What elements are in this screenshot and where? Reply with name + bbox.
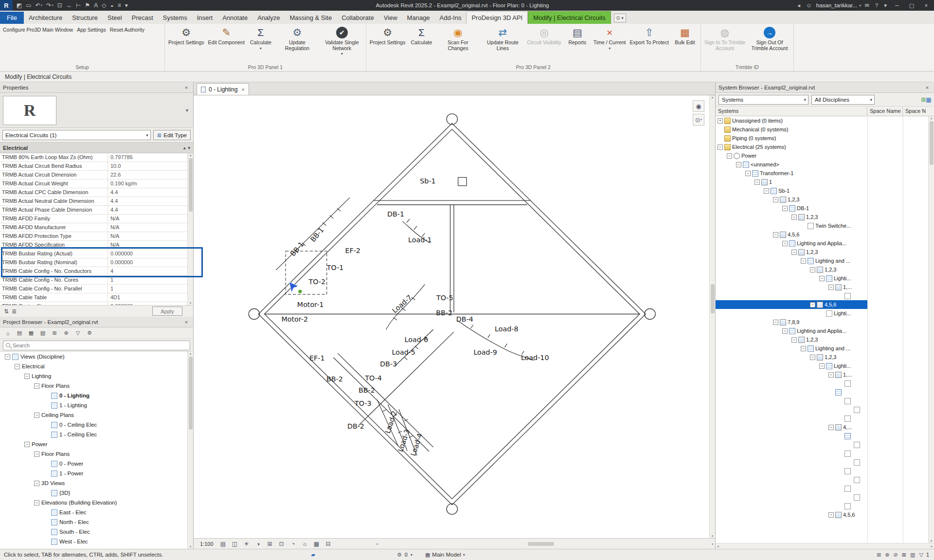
system-item-lighting-and[interactable]: −Lighting and ... (716, 344, 867, 353)
system-item-item[interactable] (716, 388, 867, 397)
groups-icon[interactable]: ⊞ (50, 329, 59, 338)
sort-properties-icon[interactable]: ⇅ (4, 308, 9, 315)
expander-icon[interactable]: − (828, 425, 834, 430)
measure-icon[interactable]: ↔ (64, 0, 74, 10)
ribbon-button-export-to-protect[interactable]: ⇧Export To Protect (629, 25, 670, 46)
browser-item-views-discipline[interactable]: −Views (Discipline) (0, 352, 193, 361)
ribbon-button-edit-component[interactable]: ✎Edit Component (207, 25, 246, 46)
browser-item-elevations-building-elevation[interactable]: −Elevations (Building Elevation) (0, 498, 193, 507)
view-tab-0-lighting[interactable]: 0 - Lighting × (197, 83, 249, 95)
system-item-item[interactable] (716, 475, 867, 484)
scroll-down-icon[interactable]: ▾ (712, 534, 714, 538)
canvas-label-load-1[interactable]: Load-1 (408, 236, 432, 244)
ribbon-tab-collaborate[interactable]: Collaborate (337, 12, 379, 24)
system-item-item[interactable] (716, 449, 867, 458)
schedules-icon[interactable]: ▦ (26, 329, 36, 338)
canvas-label-db-4[interactable]: DB-4 (456, 316, 473, 324)
aligned-dimension-icon[interactable]: ⊢ (74, 0, 83, 10)
minimize-button[interactable]: ─ (890, 0, 904, 11)
properties-header[interactable]: Properties × (0, 82, 193, 93)
ribbon-tab-massing-site[interactable]: Massing & Site (285, 12, 337, 24)
modify-options-toggle[interactable]: ⊡▾ (614, 14, 626, 22)
system-item-lighting-and[interactable]: −Lighting and ... (716, 256, 867, 265)
type-selector-dropdown[interactable]: Electrical Circuits (1) (2, 130, 151, 140)
system-item-4-5-6[interactable]: −4,5,6 (716, 230, 867, 239)
canvas-label-to-2[interactable]: TO-2 (308, 278, 325, 286)
worksharing-status-icon[interactable]: ⊞ (875, 552, 883, 558)
scroll-down-icon[interactable]: ▾ (931, 539, 933, 543)
steering-wheel-icon[interactable]: ◉ (693, 100, 704, 112)
expander-icon[interactable]: − (791, 215, 797, 220)
canvas-label-bb-2[interactable]: BB-2 (326, 375, 343, 383)
system-item-unassigned-0-items[interactable]: +Unassigned (0 items) (716, 116, 867, 125)
expander-icon[interactable]: − (828, 512, 834, 518)
expander-icon[interactable]: − (24, 442, 30, 447)
canvas-label-load-6[interactable]: Load-6 (405, 336, 429, 343)
ribbon-tab-add-ins[interactable]: Add-Ins (435, 12, 467, 24)
browser-item-electrical[interactable]: −Electrical (0, 361, 193, 371)
ribbon-tab-file[interactable]: File (0, 12, 24, 24)
close-button[interactable]: × (919, 0, 933, 11)
crop-view-icon[interactable]: ⊞ (266, 541, 274, 547)
search-field[interactable] (3, 341, 190, 350)
tag-icon[interactable]: ⚑ (83, 0, 92, 10)
scroll-down-icon[interactable]: ▾ (190, 301, 192, 305)
default-3d-view-icon[interactable]: ◇ (100, 0, 108, 10)
scrollbar-thumb[interactable] (711, 284, 715, 313)
system-item-1[interactable]: −1,... (716, 283, 867, 291)
system-item-twin-switche[interactable]: Twin Switche... (716, 221, 867, 230)
browser-item-west-elec[interactable]: West - Elec (0, 537, 193, 546)
temporary-view-properties-icon[interactable]: ▦ (312, 541, 321, 547)
close-tab-icon[interactable]: × (240, 87, 244, 92)
property-value[interactable]: 4.4 (108, 206, 187, 214)
browser-item-1-ceiling-elec[interactable]: 1 - Ceiling Elec (0, 430, 193, 439)
canvas-label-sb-1[interactable]: Sb-1 (420, 177, 435, 185)
links-icon[interactable]: ⊕ (61, 329, 71, 338)
property-value[interactable]: 10.0 (108, 162, 187, 170)
selection-toggle-icon[interactable]: ▥ (908, 552, 917, 558)
search-input[interactable] (13, 343, 187, 348)
property-value[interactable]: 1 (108, 285, 187, 293)
system-item-item[interactable] (716, 493, 867, 502)
discipline-dropdown[interactable]: All Disciplines (811, 95, 875, 105)
property-value[interactable]: N/A (108, 215, 187, 223)
system-item-lighting-and-applia[interactable]: −Lighting and Applia... (716, 326, 867, 335)
property-value[interactable]: 0.190 kg/m (108, 180, 187, 188)
ribbon-button-scan-for-changes[interactable]: ◉Scan For Changes (436, 25, 480, 51)
canvas-label-load-4[interactable]: Load-4 (409, 433, 424, 457)
system-item-transformer-1[interactable]: −Transformer-1 (716, 169, 867, 178)
canvas-label-load-7[interactable]: Load-7 (391, 293, 413, 315)
group-collapse-icon[interactable]: ▾ (188, 145, 190, 150)
thin-lines-icon[interactable]: ≡ (116, 0, 123, 10)
ribbon-button-configure-pro3d-main-window[interactable]: Configure Pro3D Main Window (3, 27, 73, 33)
text-icon[interactable]: A (92, 0, 100, 10)
save-icon[interactable]: ◩ (15, 0, 24, 10)
maximize-button[interactable]: ▢ (905, 0, 918, 11)
canvas-vertical-scrollbar[interactable]: ▴ ▾ (709, 95, 715, 538)
sheets-icon[interactable]: ▤ (15, 329, 24, 338)
ribbon-button-validate-single-network[interactable]: ✔Validate Single Network▾ (320, 25, 364, 56)
system-item-db-1[interactable]: −DB-1 (716, 204, 867, 213)
user-menu-arrow-icon[interactable]: ▾ (859, 3, 861, 8)
system-item-item[interactable] (716, 467, 867, 475)
system-item-item[interactable] (716, 440, 867, 449)
browser-item-north-elec[interactable]: North - Elec (0, 517, 193, 527)
expander-icon[interactable]: − (819, 276, 825, 281)
group-up-icon[interactable]: ▴ (183, 145, 186, 150)
expander-icon[interactable]: − (34, 500, 39, 506)
browser-item-power[interactable]: −Power (0, 439, 193, 449)
property-value[interactable]: N/A (108, 223, 187, 232)
print-icon[interactable]: ⊡ (55, 0, 64, 10)
system-browser-horizontal-scrollbar[interactable]: ◂ ▸ (716, 543, 934, 549)
ribbon-button-calculate[interactable]: ΣCalculate▾ (247, 25, 274, 51)
ribbon-button-calculate[interactable]: ΣCalculate (408, 25, 435, 46)
browser-item-floor-plans[interactable]: −Floor Plans (0, 381, 193, 391)
expander-icon[interactable]: − (745, 171, 751, 176)
expander-icon[interactable]: − (801, 258, 806, 264)
ribbon-button-update-route-lines[interactable]: ⇄Update Route Lines (481, 25, 524, 51)
system-item-electrical-25-systems[interactable]: −Electrical (25 systems) (716, 143, 867, 151)
system-item-1-2-3[interactable]: −1,2,3 (716, 248, 867, 256)
section-icon[interactable]: ◒ (108, 0, 115, 10)
expander-icon[interactable]: − (810, 355, 815, 360)
expander-icon[interactable]: − (736, 162, 741, 167)
